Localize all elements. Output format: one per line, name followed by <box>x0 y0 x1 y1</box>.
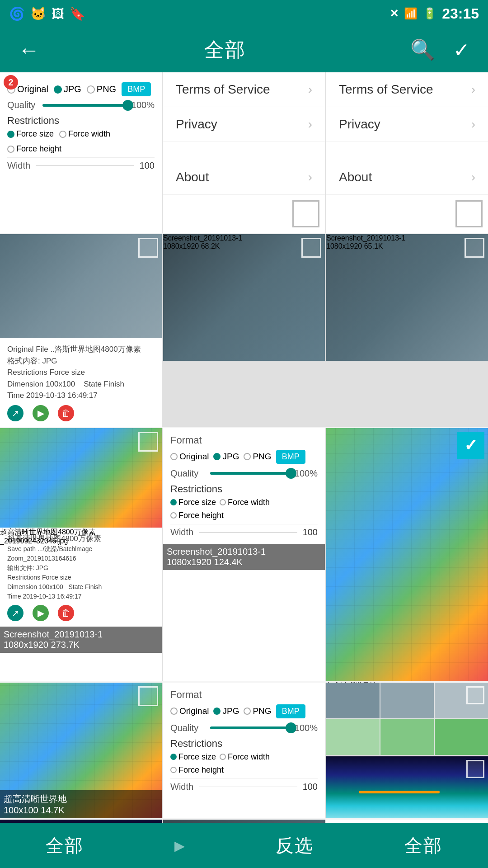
bookmark-icon: 🔖 <box>70 6 85 21</box>
all-button[interactable]: 全部 <box>46 833 84 858</box>
top-bar-actions: 🔍 ✓ <box>410 38 470 61</box>
signal-icon: 📶 <box>404 7 418 20</box>
bmp-button[interactable]: BMP <box>122 82 151 96</box>
photo-icon: 🖼 <box>52 6 64 21</box>
image-world-checked: 超高清晰世界地 100x100 14.7K ✓ <box>326 428 488 681</box>
delete-icon[interactable]: 🗑 <box>58 405 74 421</box>
png-radio[interactable]: PNG <box>87 84 116 94</box>
arrow-icon: › <box>471 82 475 97</box>
arrow-icon: › <box>471 170 475 184</box>
badge-2: 2 <box>4 75 18 90</box>
arrow-icon: › <box>308 117 312 132</box>
main-content: 2 Original JPG PNG BMP <box>0 72 488 868</box>
confirm-button[interactable]: ✓ <box>453 38 470 61</box>
about-item-2[interactable]: About › <box>326 160 488 195</box>
cat-icon: 🐱 <box>30 6 46 21</box>
restrictions-label-3: Restrictions <box>170 738 318 750</box>
force-height-radio[interactable]: Force height <box>7 144 61 154</box>
back-button[interactable]: ← <box>18 38 40 62</box>
about-panel-2: Terms of Service › Privacy › About › <box>326 72 488 233</box>
png-radio-3[interactable]: PNG <box>244 706 271 716</box>
force-size-r3[interactable]: Force size <box>170 752 216 762</box>
status-right-info: ✕ 📶 🔋 23:15 <box>389 5 479 22</box>
share-icon[interactable]: ↗ <box>7 605 23 621</box>
checkbox-overlay[interactable] <box>466 760 484 778</box>
image-item-3: Screenshot_20191013-1 488x868 65.1K <box>326 234 488 361</box>
original-radio-3[interactable]: Original <box>170 706 209 716</box>
checkbox-overlay[interactable] <box>138 432 158 452</box>
jpg-radio[interactable]: JPG <box>54 84 81 94</box>
jpg-radio-2[interactable]: JPG <box>213 452 239 462</box>
force-width-radio[interactable]: Force width <box>59 129 110 139</box>
page-title: 全部 <box>204 37 246 63</box>
status-bar: 🌀 🐱 🖼 🔖 ✕ 📶 🔋 23:15 <box>0 0 488 27</box>
clock: 23:15 <box>442 5 479 22</box>
delete-icon[interactable]: 🗑 <box>58 605 74 621</box>
bmp-button-3[interactable]: BMP <box>276 704 305 718</box>
width-value: 100 <box>140 160 155 171</box>
invert-button[interactable]: 反选 <box>276 833 314 858</box>
share-icon[interactable]: ↗ <box>7 405 23 421</box>
battery-icon: 🔋 <box>423 7 436 20</box>
force-height-r3[interactable]: Force height <box>170 765 224 775</box>
image-world-big: 超高清晰世界地 100x100 14.7K <box>0 683 162 818</box>
status-left-icons: 🌀 🐱 🖼 🔖 <box>9 6 85 21</box>
width-value-2: 100 <box>303 527 318 538</box>
force-size-radio[interactable]: Force size <box>7 129 54 139</box>
checkbox-overlay[interactable] <box>466 686 484 704</box>
png-radio-2[interactable]: PNG <box>244 452 271 462</box>
terms-item-1[interactable]: Terms of Service › <box>163 72 325 107</box>
settings-panel-3: Format Original JPG PNG BMP Quality <box>163 683 325 818</box>
play-icon[interactable]: ▶ <box>33 405 49 421</box>
card-label-world: Screenshot_20191013-1 488x868 273.7K <box>0 627 162 653</box>
checkbox-overlay[interactable] <box>465 238 484 258</box>
top-bar: ← 全部 🔍 ✓ <box>0 27 488 72</box>
checkbox-overlay[interactable] <box>292 200 319 227</box>
select-all-button[interactable]: 全部 <box>404 833 442 858</box>
bottom-navigation: 全部 ▶ 反选 全部 <box>0 823 488 868</box>
triangle-icon: ▶ <box>174 838 185 854</box>
spiral-icon: 🌀 <box>9 6 25 21</box>
play-icon[interactable]: ▶ <box>33 605 49 621</box>
original-radio-2[interactable]: Original <box>170 452 209 462</box>
arrow-icon: › <box>308 170 312 184</box>
restrictions-label-2: Restrictions <box>170 483 318 495</box>
jpg-radio-3[interactable]: JPG <box>213 706 239 716</box>
checkbox-overlay[interactable] <box>301 238 321 258</box>
force-width-r3[interactable]: Force width <box>220 752 270 762</box>
format-panel-1: 2 Original JPG PNG BMP <box>0 72 162 233</box>
image-item-1: Screenshot_20191013-1 488x868 129.0K O… <box>0 234 162 427</box>
arrow-icon: › <box>471 117 475 132</box>
info-item-world: 超高清晰世界地图4800万像素 _2019092432046.jpg 超高清世界… <box>0 428 162 681</box>
about-panel-1: Terms of Service › Privacy › About › <box>163 72 325 233</box>
privacy-item-2[interactable]: Privacy › <box>326 107 488 142</box>
force-size-r2[interactable]: Force size <box>170 498 216 507</box>
image-item-2: Screenshot_20191013-1 488x868 68.2K <box>163 234 325 361</box>
width-value-3: 100 <box>303 782 318 792</box>
about-item-1[interactable]: About › <box>163 160 325 195</box>
card-label-2b: Screenshot_20191013-1 488x868 124.4K <box>163 544 325 570</box>
restrictions-label: Restrictions <box>7 115 155 127</box>
checkbox-checked[interactable]: ✓ <box>457 432 484 459</box>
search-button[interactable]: 🔍 <box>410 38 435 61</box>
checkbox-overlay[interactable] <box>455 200 483 227</box>
info-panel-1: Original File ..洛斯世界地图4800万像素 格式内容: JPG … <box>0 338 162 427</box>
settings-panel-2: Format Original JPG PNG BMP <box>163 428 325 681</box>
force-width-r2[interactable]: Force width <box>220 498 270 507</box>
arrow-icon: › <box>308 82 312 97</box>
checkbox-overlay[interactable] <box>138 686 158 706</box>
privacy-item-1[interactable]: Privacy › <box>163 107 325 142</box>
col3-thumbnails <box>326 683 488 818</box>
bmp-button-2[interactable]: BMP <box>276 450 305 464</box>
terms-item-2[interactable]: Terms of Service › <box>326 72 488 107</box>
checkbox-overlay[interactable] <box>138 238 158 258</box>
wifi-icon: ✕ <box>389 7 399 20</box>
force-height-r2[interactable]: Force height <box>170 511 224 520</box>
